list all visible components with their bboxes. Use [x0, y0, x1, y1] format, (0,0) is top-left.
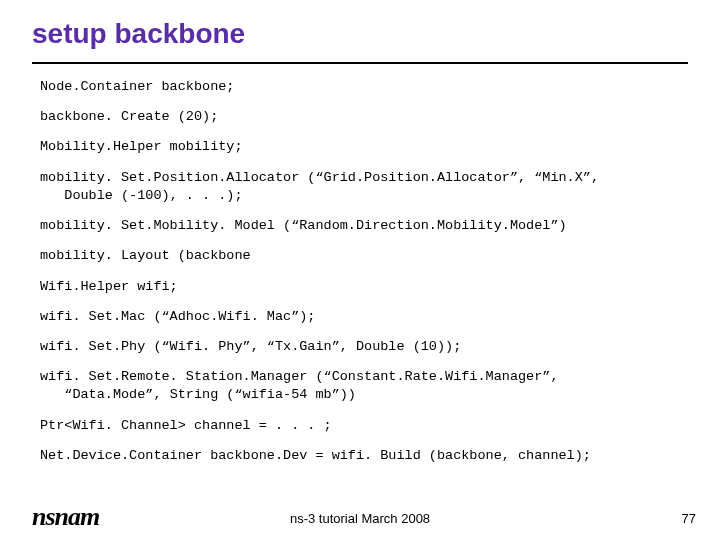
code-line: mobility. Set.Position.Allocator (“Grid.…	[40, 169, 688, 205]
code-line: wifi. Set.Phy (“Wifi. Phy”, “Tx.Gain”, D…	[40, 338, 688, 356]
code-line: wifi. Set.Remote. Station.Manager (“Cons…	[40, 368, 688, 404]
code-line: Net.Device.Container backbone.Dev = wifi…	[40, 447, 688, 465]
code-line: Mobility.Helper mobility;	[40, 138, 688, 156]
title-rule	[32, 62, 688, 64]
code-line: wifi. Set.Mac (“Adhoc.Wifi. Mac”);	[40, 308, 688, 326]
code-line: Wifi.Helper wifi;	[40, 278, 688, 296]
page-number: 77	[682, 511, 696, 526]
slide-title: setup backbone	[32, 18, 245, 50]
code-block: Node.Container backbone; backbone. Creat…	[40, 78, 688, 477]
code-line: Ptr<Wifi. Channel> channel = . . . ;	[40, 417, 688, 435]
code-line: Node.Container backbone;	[40, 78, 688, 96]
code-line: mobility. Layout (backbone	[40, 247, 688, 265]
code-line: backbone. Create (20);	[40, 108, 688, 126]
slide: setup backbone Node.Container backbone; …	[0, 0, 720, 540]
code-line: mobility. Set.Mobility. Model (“Random.D…	[40, 217, 688, 235]
footer-text: ns-3 tutorial March 2008	[0, 511, 720, 526]
